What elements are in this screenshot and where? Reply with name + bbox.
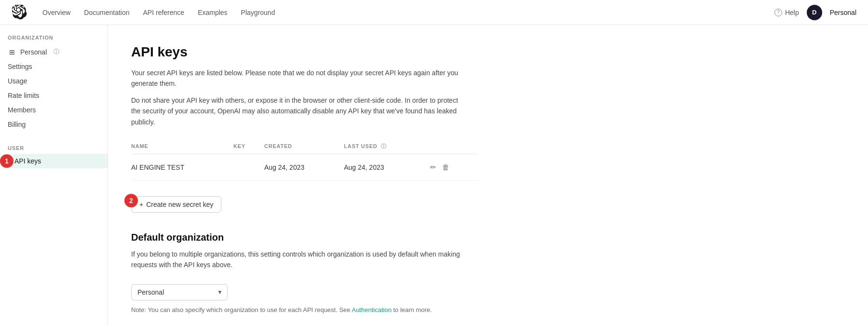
create-key-label: Create new secret key bbox=[146, 201, 213, 208]
key-last-used: Aug 24, 2023 bbox=[344, 154, 428, 180]
nav-playground[interactable]: Playground bbox=[235, 6, 281, 19]
help-button[interactable]: ? Help bbox=[774, 9, 799, 16]
sidebar-item-billing[interactable]: Billing bbox=[0, 117, 108, 132]
rate-limits-label: Rate limits bbox=[8, 92, 39, 99]
sidebar-item-members[interactable]: Members bbox=[0, 103, 108, 117]
default-org-desc: If you belong to multiple organizations,… bbox=[131, 249, 469, 271]
create-secret-key-button[interactable]: + Create new secret key bbox=[131, 196, 221, 213]
key-actions: ✏ 🗑 bbox=[428, 154, 478, 180]
sidebar-personal-label: Personal bbox=[20, 48, 47, 56]
key-name: AI ENGINE TEST bbox=[131, 154, 233, 180]
col-name: NAME bbox=[131, 139, 233, 154]
sidebar-item-settings[interactable]: Settings bbox=[0, 59, 108, 74]
col-created: CREATED bbox=[264, 139, 344, 154]
user-avatar[interactable]: D bbox=[807, 5, 822, 20]
main-content: API keys Your secret API keys are listed… bbox=[108, 25, 868, 326]
org-info-icon: ⓘ bbox=[54, 48, 59, 56]
note-text-after: to learn more. bbox=[392, 306, 432, 313]
user-name: Personal bbox=[830, 9, 856, 16]
sidebar: ORGANIZATION ⊞ Personal ⓘ Settings Usage… bbox=[0, 25, 108, 326]
sidebar-item-api-keys[interactable]: 1 API keys bbox=[7, 154, 108, 168]
nav-api-reference[interactable]: API reference bbox=[137, 6, 190, 19]
col-actions bbox=[428, 139, 478, 154]
create-key-icon: + bbox=[139, 201, 143, 208]
members-label: Members bbox=[8, 106, 36, 114]
org-select[interactable]: Personal bbox=[131, 284, 228, 300]
badge-2: 2 bbox=[124, 194, 138, 207]
sidebar-item-personal[interactable]: ⊞ Personal ⓘ bbox=[0, 44, 108, 59]
sidebar-item-usage[interactable]: Usage bbox=[0, 74, 108, 88]
key-created: Aug 24, 2023 bbox=[264, 154, 344, 180]
org-section-label: ORGANIZATION bbox=[0, 35, 108, 44]
description-2: Do not share your API key with others, o… bbox=[131, 95, 469, 127]
org-select-wrapper: Personal ▼ bbox=[131, 284, 228, 300]
nav-documentation[interactable]: Documentation bbox=[78, 6, 135, 19]
note-text-before: Note: You can also specify which organiz… bbox=[131, 306, 352, 313]
nav-overview[interactable]: Overview bbox=[37, 6, 76, 19]
page-title: API keys bbox=[131, 44, 845, 60]
api-keys-table: NAME KEY CREATED LAST USED ⓘ bbox=[131, 139, 478, 181]
nav-examples[interactable]: Examples bbox=[192, 6, 233, 19]
help-label: Help bbox=[785, 9, 799, 16]
user-section-label: USER bbox=[0, 139, 108, 154]
nav-right: ? Help D Personal bbox=[774, 5, 856, 20]
app-layout: ORGANIZATION ⊞ Personal ⓘ Settings Usage… bbox=[0, 25, 868, 326]
default-org-title: Default organization bbox=[131, 232, 845, 243]
billing-label: Billing bbox=[8, 121, 26, 128]
nav-links: Overview Documentation API reference Exa… bbox=[37, 6, 774, 19]
description-1: Your secret API keys are listed below. P… bbox=[131, 68, 469, 89]
last-used-info-icon: ⓘ bbox=[381, 143, 387, 149]
note-text: Note: You can also specify which organiz… bbox=[131, 306, 469, 313]
usage-label: Usage bbox=[8, 77, 27, 85]
settings-label: Settings bbox=[8, 63, 32, 70]
org-icon: ⊞ bbox=[8, 48, 16, 56]
authentication-link[interactable]: Authentication bbox=[352, 306, 391, 313]
edit-key-button[interactable]: ✏ bbox=[428, 161, 438, 174]
table-row: AI ENGINE TEST Aug 24, 2023 Aug 24, 2023… bbox=[131, 154, 478, 180]
col-key: KEY bbox=[233, 139, 264, 154]
sidebar-item-rate-limits[interactable]: Rate limits bbox=[0, 88, 108, 103]
openai-logo bbox=[12, 5, 27, 20]
top-navigation: Overview Documentation API reference Exa… bbox=[0, 0, 868, 25]
help-icon: ? bbox=[774, 9, 782, 16]
col-last-used: LAST USED ⓘ bbox=[344, 139, 428, 154]
badge-1: 1 bbox=[0, 154, 14, 168]
delete-key-button[interactable]: 🗑 bbox=[440, 161, 451, 173]
key-value bbox=[233, 154, 264, 180]
api-keys-label: API keys bbox=[14, 157, 41, 165]
